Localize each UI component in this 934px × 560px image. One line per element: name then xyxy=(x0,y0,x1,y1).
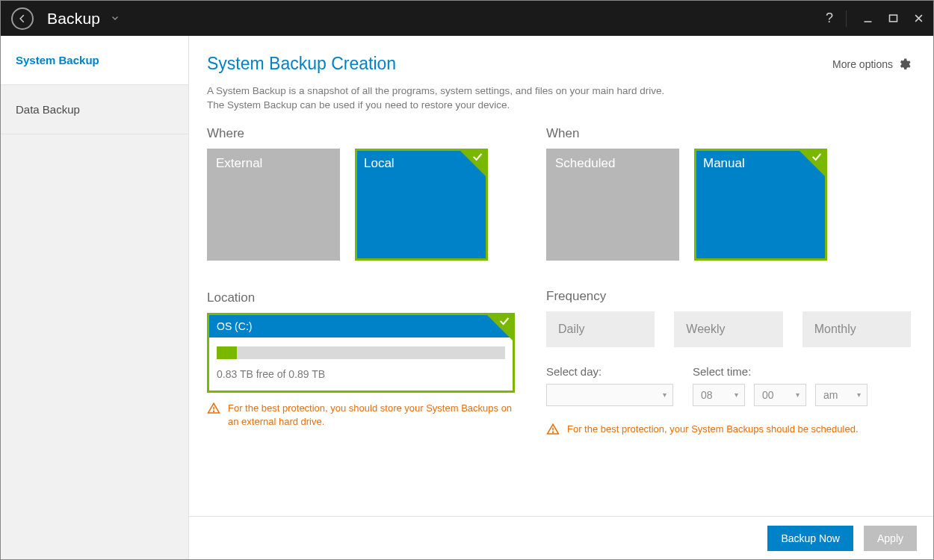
location-warning: For the best protection, you should stor… xyxy=(207,402,515,429)
when-tile-scheduled[interactable]: Scheduled xyxy=(546,149,679,261)
where-tile-local[interactable]: Local xyxy=(355,149,488,261)
page-title: System Backup Creation xyxy=(207,54,832,74)
select-ampm-dropdown[interactable]: am ▾ xyxy=(815,384,867,406)
close-icon[interactable] xyxy=(908,8,929,29)
drive-usage-bar xyxy=(217,346,505,359)
svg-point-3 xyxy=(214,411,214,411)
location-drive-card[interactable]: OS (C:) 0.83 TB free of 0.89 TB xyxy=(207,313,515,393)
frequency-weekly[interactable]: Weekly xyxy=(674,311,782,347)
drive-free-text: 0.83 TB free of 0.89 TB xyxy=(217,368,505,380)
location-label: Location xyxy=(207,290,515,305)
svg-rect-1 xyxy=(889,15,897,22)
check-icon xyxy=(498,315,510,330)
chevron-down-icon: ▾ xyxy=(734,391,738,399)
warning-icon xyxy=(546,423,560,436)
gear-icon xyxy=(897,57,911,71)
backup-now-button[interactable]: Backup Now xyxy=(767,526,853,551)
tile-label: External xyxy=(216,156,262,170)
select-minute-dropdown[interactable]: 00 ▾ xyxy=(754,384,806,406)
chevron-down-icon: ▾ xyxy=(663,391,667,399)
app-title: Backup xyxy=(47,10,100,28)
frequency-daily[interactable]: Daily xyxy=(546,311,655,347)
svg-point-5 xyxy=(553,432,554,432)
back-button[interactable] xyxy=(11,7,34,30)
where-label: Where xyxy=(207,126,515,141)
footer: Backup Now Apply xyxy=(189,516,933,559)
minimize-icon[interactable] xyxy=(857,8,878,29)
select-day-dropdown[interactable]: ▾ xyxy=(546,384,673,406)
tile-label: Scheduled xyxy=(555,156,615,170)
sidebar-item-data-backup[interactable]: Data Backup xyxy=(1,85,188,134)
help-icon[interactable]: ? xyxy=(819,8,840,29)
check-icon xyxy=(811,151,823,165)
titlebar: Backup ? xyxy=(1,1,933,36)
select-hour-dropdown[interactable]: 08 ▾ xyxy=(693,384,745,406)
check-icon xyxy=(471,151,483,165)
tile-label: Local xyxy=(364,156,395,170)
frequency-monthly[interactable]: Monthly xyxy=(802,311,911,347)
sidebar-item-label: System Backup xyxy=(16,54,99,66)
warning-icon xyxy=(207,402,220,415)
chevron-down-icon: ▾ xyxy=(857,391,861,399)
where-tile-external[interactable]: External xyxy=(207,149,340,261)
drive-usage-fill xyxy=(217,346,237,359)
sidebar-item-system-backup[interactable]: System Backup xyxy=(1,36,188,85)
when-label: When xyxy=(546,126,911,141)
sidebar: System Backup Data Backup xyxy=(1,36,189,559)
maximize-icon[interactable] xyxy=(882,8,903,29)
chevron-down-icon[interactable] xyxy=(111,12,120,25)
drive-name: OS (C:) xyxy=(209,315,513,337)
chevron-down-icon: ▾ xyxy=(796,391,800,399)
select-day-label: Select day: xyxy=(546,365,673,378)
more-options-label: More options xyxy=(832,58,893,70)
select-time-label: Select time: xyxy=(693,365,867,378)
sidebar-item-label: Data Backup xyxy=(16,103,80,116)
apply-button[interactable]: Apply xyxy=(864,526,917,551)
tile-label: Manual xyxy=(703,156,745,170)
when-tile-manual[interactable]: Manual xyxy=(694,149,827,261)
svg-rect-0 xyxy=(864,21,871,22)
schedule-warning: For the best protection, your System Bac… xyxy=(546,423,911,436)
main-content: System Backup Creation More options A Sy… xyxy=(189,36,933,559)
more-options-button[interactable]: More options xyxy=(832,57,911,71)
page-description: A System Backup is a snapshot of all the… xyxy=(207,84,911,113)
divider xyxy=(846,10,847,27)
frequency-label: Frequency xyxy=(546,289,911,304)
